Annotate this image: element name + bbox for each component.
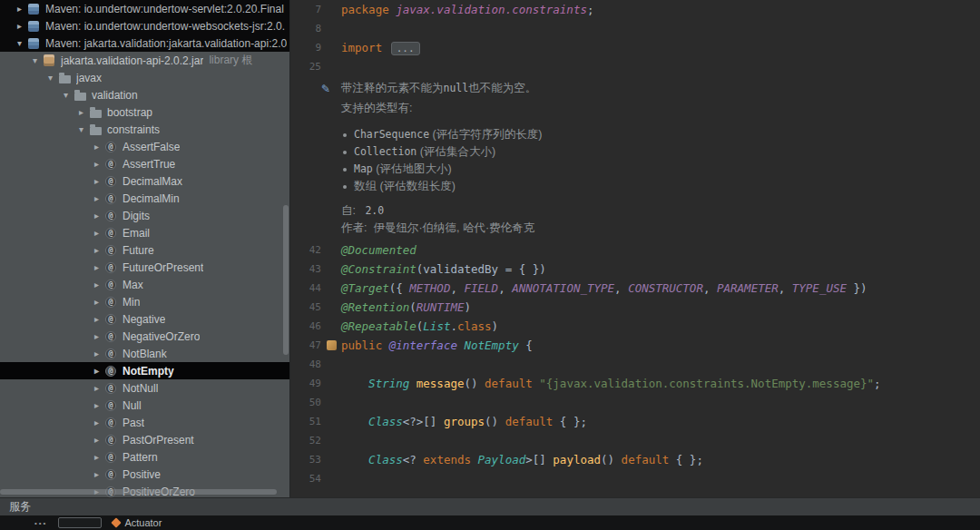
tree-item-bootstrap[interactable]: ▸bootstrap <box>0 103 289 121</box>
chevron-expanded-icon[interactable]: ▾ <box>13 34 26 52</box>
chevron-collapsed-icon[interactable]: ▸ <box>90 328 103 345</box>
code-line-44[interactable]: 44@Target({ METHOD, FIELD, ANNOTATION_TY… <box>290 279 980 298</box>
line-number: 47 <box>290 336 321 355</box>
tree-item-pattern[interactable]: ▸@Pattern <box>0 448 289 466</box>
chevron-collapsed-icon[interactable]: ▸ <box>90 241 103 259</box>
code-line-25[interactable]: 25 <box>290 57 980 76</box>
library-icon <box>26 36 41 51</box>
chevron-collapsed-icon[interactable]: ▸ <box>90 155 103 172</box>
chevron-collapsed-icon[interactable]: ▸ <box>90 362 103 379</box>
tree-item-notempty[interactable]: ▸@NotEmpty <box>0 362 289 379</box>
chevron-collapsed-icon[interactable]: ▸ <box>90 448 103 466</box>
actuator-tab[interactable]: Actuator <box>113 517 162 528</box>
chevron-collapsed-icon[interactable]: ▸ <box>90 138 103 155</box>
chevron-collapsed-icon[interactable]: ▸ <box>74 103 88 121</box>
tree-item-null[interactable]: ▸@Null <box>0 397 289 414</box>
tree-item-past[interactable]: ▸@Past <box>0 414 289 431</box>
tree-item-max[interactable]: ▸@Max <box>0 276 289 293</box>
chevron-collapsed-icon[interactable]: ▸ <box>90 259 103 276</box>
tree-item-min[interactable]: ▸@Min <box>0 293 289 310</box>
code-line-48[interactable]: 48 <box>290 355 980 374</box>
code-line-45[interactable]: 45@Retention(RUNTIME) <box>290 298 980 317</box>
tree-item-constraints[interactable]: ▾constraints <box>0 121 289 138</box>
code-line-49[interactable]: 49 String message() default "{javax.vali… <box>290 374 980 393</box>
folded-imports-badge[interactable]: ... <box>391 42 420 55</box>
tree-item-decimalmax[interactable]: ▸@DecimalMax <box>0 172 289 190</box>
code-line-9[interactable]: 9import ... <box>290 38 980 57</box>
gutter <box>321 38 341 57</box>
chevron-collapsed-icon[interactable]: ▸ <box>90 293 103 310</box>
tree-item-asserttrue[interactable]: ▸@AssertTrue <box>0 155 289 172</box>
tree-item-email[interactable]: ▸@Email <box>0 224 289 241</box>
tree-item-jakarta-validation-api-2-0-2-jar[interactable]: ▾jakarta.validation-api-2.0.2.jarlibrary… <box>0 52 289 69</box>
code-line-50[interactable]: 50 <box>290 393 980 412</box>
code-line-52[interactable]: 52 <box>290 431 980 450</box>
tree-item-future[interactable]: ▸@Future <box>0 241 289 259</box>
chevron-collapsed-icon[interactable]: ▸ <box>90 466 103 483</box>
annotation-icon: @ <box>103 467 118 482</box>
tree-item-maven-jakarta-validation-jakarta-validation-api-[interactable]: ▾Maven: jakarta.validation:jakarta.valid… <box>0 34 289 52</box>
annotation-icon: @ <box>103 260 118 275</box>
chevron-expanded-icon[interactable]: ▾ <box>28 52 42 69</box>
gutter <box>321 260 341 279</box>
code-line-8[interactable]: 8 <box>290 19 980 38</box>
tree-item-decimalmin[interactable]: ▸@DecimalMin <box>0 190 289 207</box>
doc-text: 也不能为空。 <box>468 82 536 94</box>
library-icon <box>26 2 41 16</box>
tree-item-javax[interactable]: ▾javax <box>0 69 289 86</box>
chevron-expanded-icon[interactable]: ▾ <box>44 69 57 86</box>
tree-item-negativeorzero[interactable]: ▸@NegativeOrZero <box>0 328 289 345</box>
tree-item-notblank[interactable]: ▸@NotBlank <box>0 345 289 362</box>
tree-item-notnull[interactable]: ▸@NotNull <box>0 379 289 397</box>
chevron-collapsed-icon[interactable]: ▸ <box>13 0 26 17</box>
chevron-collapsed-icon[interactable]: ▸ <box>90 310 103 328</box>
annotation-icon: @ <box>103 226 118 240</box>
tree-item-pastorpresent[interactable]: ▸@PastOrPresent <box>0 431 289 448</box>
gutter <box>321 412 341 431</box>
chevron-expanded-icon[interactable]: ▾ <box>59 86 73 103</box>
code-line-53[interactable]: 53 Class<? extends Payload>[] payload() … <box>290 450 980 469</box>
chevron-collapsed-icon[interactable]: ▸ <box>90 190 103 207</box>
chevron-collapsed-icon[interactable]: ▸ <box>90 397 103 414</box>
tree-item-digits[interactable]: ▸@Digits <box>0 207 289 224</box>
chevron-collapsed-icon[interactable]: ▸ <box>90 345 103 362</box>
code-line-43[interactable]: 43@Constraint(validatedBy = { }) <box>290 260 980 279</box>
tool-window-tab[interactable] <box>58 517 102 528</box>
chevron-expanded-icon[interactable]: ▾ <box>74 121 88 138</box>
line-number: 50 <box>290 393 321 412</box>
code-line-47[interactable]: 47public @interface NotEmpty { <box>290 336 980 355</box>
doc-type-desc: (评估集合大小) <box>416 145 495 158</box>
chevron-collapsed-icon[interactable]: ▸ <box>90 224 103 241</box>
actuator-tab-label: Actuator <box>124 517 162 528</box>
annotation-icon: @ <box>103 191 118 206</box>
tree-item-maven-io-undertow-undertow-websockets-jsr-2-0[interactable]: ▸Maven: io.undertow:undertow-websockets-… <box>0 17 289 34</box>
tree-horizontal-scrollbar[interactable] <box>0 489 277 495</box>
editor[interactable]: 7package javax.validation.constraints;89… <box>290 0 980 497</box>
code-text: Class<?>[] groups() default { }; <box>341 412 587 431</box>
tree-item-assertfalse[interactable]: ▸@AssertFalse <box>0 138 289 155</box>
bottom-tool-window: 服务 ••• Actuator <box>0 497 980 530</box>
edit-javadoc-icon[interactable]: ✎ <box>321 83 330 95</box>
chevron-collapsed-icon[interactable]: ▸ <box>90 379 103 397</box>
tree-item-positive[interactable]: ▸@Positive <box>0 466 289 483</box>
annotation-gutter-icon[interactable] <box>327 340 337 350</box>
tree-item-maven-io-undertow-undertow-servlet-2-0-20-final[interactable]: ▸Maven: io.undertow:undertow-servlet:2.0… <box>0 0 289 17</box>
tree-item-validation[interactable]: ▾validation <box>0 86 289 103</box>
chevron-collapsed-icon[interactable]: ▸ <box>90 431 103 448</box>
chevron-collapsed-icon[interactable]: ▸ <box>13 17 26 34</box>
tree-item-label: Maven: io.undertow:undertow-servlet:2.0.… <box>45 3 284 15</box>
code-line-54[interactable]: 54 <box>290 469 980 488</box>
code-line-7[interactable]: 7package javax.validation.constraints; <box>290 0 980 19</box>
code-line-42[interactable]: 42@Documented <box>290 240 980 260</box>
more-tabs-icon[interactable]: ••• <box>34 519 47 527</box>
tree-item-negative[interactable]: ▸@Negative <box>0 310 289 328</box>
chevron-collapsed-icon[interactable]: ▸ <box>90 414 103 431</box>
tree-item-futureorpresent[interactable]: ▸@FutureOrPresent <box>0 259 289 276</box>
tree-vertical-scrollbar[interactable] <box>283 205 289 355</box>
chevron-collapsed-icon[interactable]: ▸ <box>90 276 103 293</box>
tree-item-label: Past <box>122 417 144 429</box>
code-line-46[interactable]: 46@Repeatable(List.class) <box>290 317 980 336</box>
code-line-51[interactable]: 51 Class<?>[] groups() default { }; <box>290 412 980 431</box>
chevron-collapsed-icon[interactable]: ▸ <box>90 207 103 224</box>
chevron-collapsed-icon[interactable]: ▸ <box>90 172 103 190</box>
